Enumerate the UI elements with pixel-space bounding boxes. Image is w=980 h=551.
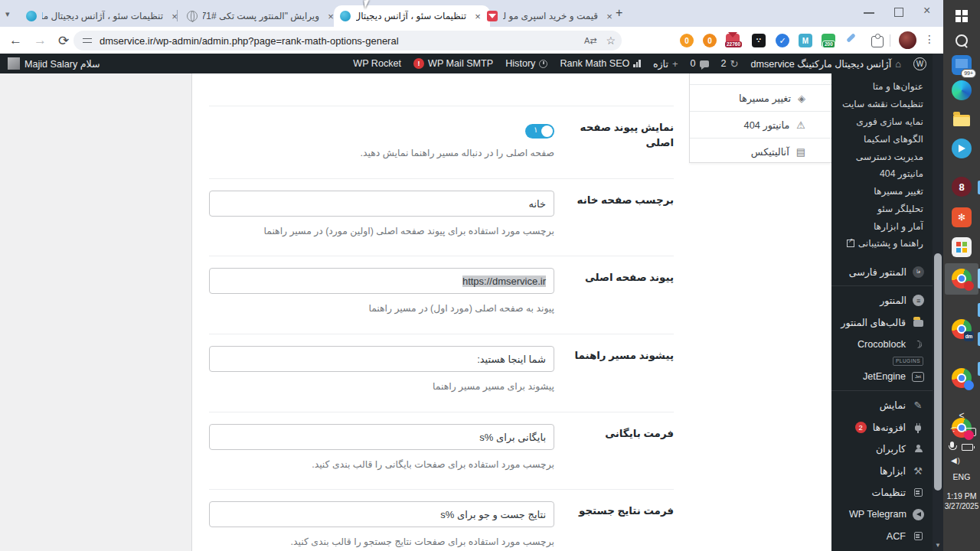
archive-format-input[interactable]: [209, 424, 554, 450]
taskbar-edge[interactable]: [952, 80, 972, 100]
reload-button[interactable]: ⟳: [58, 33, 69, 49]
extension-pen-icon[interactable]: [846, 33, 856, 43]
options-tab-404-monitor[interactable]: ⚠ مانیتور 404: [690, 111, 831, 138]
admin-bar-wp-mail-smtp[interactable]: ! WP Mail SMTP: [407, 54, 499, 73]
sidebar-item-elementor-farsi[interactable]: فا المنتور فارسی: [831, 261, 933, 283]
language-indicator[interactable]: ENG: [943, 472, 980, 481]
tab-close-icon[interactable]: ×: [168, 10, 181, 22]
admin-bar-rank-math[interactable]: Rank Math SEO: [554, 54, 647, 73]
taskbar-telegram[interactable]: [952, 139, 972, 158]
options-tab-redirections[interactable]: ◈ تغییر مسیرها: [690, 84, 831, 111]
translate-icon[interactable]: A⇄: [584, 36, 597, 46]
sidebar-item-settings[interactable]: تنظیمات: [831, 481, 933, 504]
extension-m-icon[interactable]: M: [799, 34, 812, 47]
extension-shop-icon[interactable]: 200: [822, 34, 835, 47]
cat-glyph: ∵: [756, 37, 761, 44]
browser-tab-3-active[interactable]: تنظیمات سئو ، آژانس دیجیتال مار ×: [334, 5, 490, 27]
sidebar-item-appearance[interactable]: ✎ نمایش: [831, 394, 933, 416]
telegram-icon: [913, 509, 924, 520]
back-button[interactable]: ←: [9, 33, 22, 48]
battery-icon[interactable]: [962, 444, 973, 451]
taskbar-search-button[interactable]: [952, 31, 972, 51]
url-text[interactable]: dmservice.ir/wp-admin/admin.php?page=ran…: [100, 35, 399, 47]
window-maximize-button[interactable]: [894, 8, 903, 17]
tab-close-icon[interactable]: ×: [603, 10, 616, 22]
home-label-input[interactable]: [209, 191, 554, 217]
settings-sliders-icon: [912, 488, 924, 497]
sidebar-item-acf[interactable]: ACF: [831, 525, 933, 547]
field-description: صفحه اصلی را در دنباله مسیر راهنما نمایش…: [209, 147, 554, 161]
sidebar-subitem-404-monitor[interactable]: مانیتور 404: [831, 165, 933, 183]
sidebar-subitem-sitemap[interactable]: تنظیمات نقشه سایت: [831, 96, 933, 113]
sidebar-subitem-status-tools[interactable]: آمار و ابزارها: [831, 217, 933, 235]
sidebar-subitem-redirections[interactable]: تغییر مسیرها: [831, 183, 933, 201]
taskbar-microsoft-store[interactable]: [952, 237, 972, 257]
sidebar-subitem-seo-analyzer[interactable]: تحلیلگر سئو: [831, 200, 933, 217]
sidebar-subitem-titles-meta[interactable]: عنوان‌ها و متا: [831, 78, 933, 96]
extension-cat-icon[interactable]: ∵: [752, 34, 766, 47]
sidebar-item-wp-telegram[interactable]: WP Telegram: [831, 504, 933, 526]
wp-logo-item[interactable]: W: [907, 54, 933, 73]
taskbar-chrome-3[interactable]: [952, 368, 972, 388]
extension-badge: 0: [707, 37, 712, 45]
browser-tab-1[interactable]: تنظیمات سئو ، آژانس دیجیتال مار ×: [20, 5, 187, 27]
clock-date[interactable]: 3/27/2025: [943, 502, 980, 510]
taskbar-chrome-2[interactable]: dm: [952, 319, 972, 339]
tab-list-chevron-icon[interactable]: ▾: [5, 9, 10, 19]
profile-avatar[interactable]: [899, 31, 916, 49]
start-button[interactable]: [952, 6, 972, 26]
sidebar-subitem-role-manager[interactable]: مدیریت دسترسی: [831, 148, 933, 165]
breadcrumb-prefix-input[interactable]: [209, 346, 554, 372]
new-tab-button[interactable]: +: [616, 6, 622, 20]
extension-orange-2-icon[interactable]: 0: [703, 34, 717, 47]
scrollbar-thumb[interactable]: [934, 253, 942, 491]
admin-bar-history[interactable]: History: [499, 54, 554, 73]
tray-expand-chevron-icon[interactable]: <: [943, 410, 980, 421]
clock-time[interactable]: 1:19 PM: [943, 491, 980, 500]
extensions-puzzle-icon[interactable]: [871, 36, 884, 47]
wifi-icon[interactable]: [949, 427, 959, 435]
extension-orange-1-icon[interactable]: 0: [680, 34, 694, 47]
sidebar-item-crocoblock[interactable]: ☾ Crocoblock: [831, 333, 933, 355]
admin-bar-updates[interactable]: ↻ 2: [715, 54, 745, 73]
window-close-button[interactable]: ×: [923, 4, 930, 18]
taskbar-mail-app[interactable]: 99+: [952, 55, 972, 75]
scrollbar-down-arrow[interactable]: ▼: [935, 542, 941, 549]
taskbar-app-orange[interactable]: ✻: [952, 207, 972, 227]
sidebar-item-tools[interactable]: ⚒ ابزارها: [831, 460, 933, 482]
browser-tab-2[interactable]: ویرایش "المنتور پست تکی #3771 ×: [181, 5, 343, 27]
admin-bar-my-account[interactable]: سلام Majid Salary: [8, 54, 100, 73]
sidebar-item-plugins[interactable]: افزونه‌ها 2: [831, 416, 933, 439]
forward-button[interactable]: →: [34, 33, 47, 48]
admin-bar-wp-rocket[interactable]: WP Rocket: [347, 54, 407, 73]
sidebar-item-elementor[interactable]: ≡ المنتور: [831, 289, 933, 311]
taskbar-app-red[interactable]: 8: [952, 177, 972, 197]
window-minimize-button[interactable]: [864, 12, 874, 14]
admin-bar-new[interactable]: + تازه: [647, 54, 684, 73]
page-scrollbar[interactable]: ▼: [933, 54, 943, 551]
sidebar-subitem-schema[interactable]: الگوهای اسکیما: [831, 130, 933, 148]
browser-tab-4[interactable]: قیمت و خرید اسپری مو لروکس ه ×: [481, 5, 622, 27]
sidebar-item-elementor-templates[interactable]: قالب‌های المنتور: [831, 311, 933, 334]
sidebar-subitem-instant-indexing[interactable]: نمایه سازی فوری: [831, 113, 933, 131]
taskbar-chrome-1-active[interactable]: [952, 269, 972, 289]
bookmark-star-icon[interactable]: ☆: [606, 34, 616, 47]
admin-bar-site-name[interactable]: ⌂ آژانس دیجیتال مارکتینگ dmservice: [744, 54, 907, 73]
search-format-input[interactable]: [209, 501, 554, 527]
address-bar[interactable]: dmservice.ir/wp-admin/admin.php?page=ran…: [74, 31, 622, 51]
speaker-icon[interactable]: ◀): [951, 456, 960, 465]
extension-check-icon[interactable]: ✓: [776, 34, 789, 47]
homepage-link-input[interactable]: https://dmservice.ir: [209, 268, 554, 294]
browser-menu-kebab-icon[interactable]: ⋮: [924, 33, 935, 45]
site-settings-icon[interactable]: [83, 36, 92, 45]
extension-mail-counter-icon[interactable]: 22760: [726, 34, 740, 47]
plus-icon: +: [672, 58, 678, 70]
homepage-link-toggle[interactable]: ۱: [525, 124, 554, 139]
microphone-icon[interactable]: [950, 442, 954, 448]
taskbar-file-explorer[interactable]: [952, 108, 972, 128]
sidebar-item-jetengine[interactable]: Jet JetEngine: [831, 366, 933, 388]
admin-bar-comments[interactable]: 0: [684, 54, 715, 73]
sidebar-subitem-help[interactable]: راهنما و پشتیبانی: [831, 235, 933, 253]
options-tab-analytics[interactable]: ▤ آنالیتیکس: [690, 138, 831, 165]
sidebar-item-users[interactable]: کاربران: [831, 438, 933, 460]
